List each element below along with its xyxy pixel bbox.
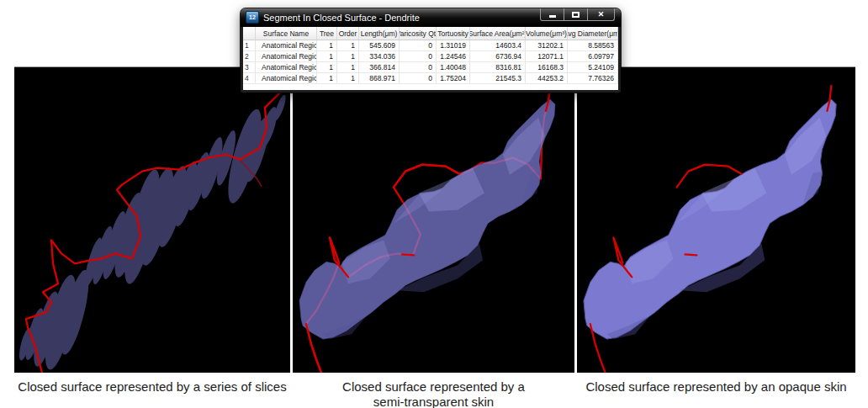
table-row[interactable]: 3 Anatomical Region 1 1 366.814 0 1.4004… xyxy=(243,62,618,73)
close-button[interactable]: ✕ xyxy=(587,8,615,21)
surface-area-cell: 21545.3 xyxy=(470,73,526,83)
length-cell: 545.609 xyxy=(359,40,400,50)
surface-mesh-opaque xyxy=(577,67,855,373)
volume-cell: 44253.2 xyxy=(526,73,568,83)
avg-diameter-cell: 6.09797 xyxy=(568,51,618,61)
measurements-window: 12 Segment In Closed Surface - Dendrite … xyxy=(241,8,621,93)
close-icon: ✕ xyxy=(598,11,605,19)
varicosity-qty-cell: 0 xyxy=(400,40,437,50)
viewport-semitransparent-skin[interactable] xyxy=(293,67,574,373)
column-header-tree[interactable]: Tree xyxy=(317,27,337,40)
row-number: 2 xyxy=(243,51,256,61)
order-cell: 1 xyxy=(337,40,359,50)
order-cell: 1 xyxy=(337,62,359,72)
row-number: 3 xyxy=(243,62,256,72)
column-header-order[interactable]: Order xyxy=(337,27,359,40)
minimize-button[interactable] xyxy=(540,8,564,21)
window-title: Segment In Closed Surface - Dendrite xyxy=(263,13,420,23)
window-titlebar[interactable]: 12 Segment In Closed Surface - Dendrite … xyxy=(241,8,621,27)
column-header-tortuosity[interactable]: Tortuosity xyxy=(437,27,470,40)
length-cell: 868.971 xyxy=(359,73,400,83)
length-cell: 334.036 xyxy=(359,51,400,61)
caption-row: Closed surface represented by a series o… xyxy=(14,373,855,408)
length-cell: 366.814 xyxy=(359,62,400,72)
order-cell: 1 xyxy=(337,73,359,83)
surface-slices xyxy=(17,94,288,373)
caption-opaque: Closed surface represented by an opaque … xyxy=(577,373,855,408)
table-row[interactable]: 4 Anatomical Region 1 1 868.971 0 1.7520… xyxy=(243,73,618,84)
surface-name-cell: Anatomical Region xyxy=(256,62,317,72)
surface-mesh-translucent xyxy=(293,67,574,373)
row-number: 4 xyxy=(243,73,256,83)
tree-cell: 1 xyxy=(317,40,337,50)
column-header-varicosity-qty[interactable]: Varicosity Qty xyxy=(400,27,437,40)
app-icon: 12 xyxy=(246,11,259,24)
order-cell: 1 xyxy=(337,51,359,61)
surface-area-cell: 14603.4 xyxy=(470,40,526,50)
slices-rendering xyxy=(14,67,290,373)
tortuosity-cell: 1.40048 xyxy=(437,62,470,72)
minimize-icon xyxy=(549,15,556,18)
column-header-avg-diameter[interactable]: Avg Diameter(μm) xyxy=(568,27,618,40)
viewport-strip xyxy=(14,66,855,373)
table-row[interactable]: 1 Anatomical Region 1 1 545.609 0 1.3101… xyxy=(243,40,618,51)
surface-name-cell: Anatomical Region xyxy=(256,51,317,61)
surface-name-cell: Anatomical Region xyxy=(256,73,317,83)
maximize-button[interactable] xyxy=(564,8,588,21)
avg-diameter-cell: 8.58563 xyxy=(568,40,618,50)
varicosity-qty-cell: 0 xyxy=(400,51,437,61)
column-header-surface-name[interactable]: Surface Name xyxy=(256,27,317,40)
tree-cell: 1 xyxy=(317,62,337,72)
table-row[interactable]: 2 Anatomical Region 1 1 334.036 0 1.2454… xyxy=(243,51,618,62)
row-number: 1 xyxy=(243,40,256,50)
surface-area-cell: 8316.81 xyxy=(470,62,526,72)
varicosity-qty-cell: 0 xyxy=(400,73,437,83)
volume-cell: 16168.3 xyxy=(526,62,568,72)
tortuosity-cell: 1.31019 xyxy=(437,40,470,50)
volume-cell: 12071.1 xyxy=(526,51,568,61)
row-number-header xyxy=(243,27,256,40)
tree-cell: 1 xyxy=(317,51,337,61)
surface-skin xyxy=(584,99,836,339)
avg-diameter-cell: 7.76326 xyxy=(568,73,618,83)
measurements-table: Surface Name Tree Order Length(μm) Varic… xyxy=(241,27,621,93)
tortuosity-cell: 1.24546 xyxy=(437,51,470,61)
table-header-row: Surface Name Tree Order Length(μm) Varic… xyxy=(243,27,618,40)
tortuosity-cell: 1.75204 xyxy=(437,73,470,83)
surface-skin xyxy=(299,99,555,339)
volume-cell: 31202.1 xyxy=(526,40,568,50)
surface-name-cell: Anatomical Region xyxy=(256,40,317,50)
column-header-length[interactable]: Length(μm) xyxy=(359,27,400,40)
column-header-volume[interactable]: Volume(μm³) xyxy=(526,27,568,40)
viewport-opaque-skin[interactable] xyxy=(577,67,855,373)
avg-diameter-cell: 5.24109 xyxy=(568,62,618,72)
viewport-slices[interactable] xyxy=(14,67,290,373)
column-header-surface-area[interactable]: Surface Area(μm²) xyxy=(470,27,526,40)
caption-semi-transparent: Closed surface represented by a semi-tra… xyxy=(293,373,574,408)
surface-area-cell: 6736.94 xyxy=(470,51,526,61)
maximize-icon xyxy=(572,12,580,18)
varicosity-qty-cell: 0 xyxy=(400,62,437,72)
caption-slices: Closed surface represented by a series o… xyxy=(14,373,290,408)
tree-cell: 1 xyxy=(317,73,337,83)
window-controls: ✕ xyxy=(541,8,615,21)
